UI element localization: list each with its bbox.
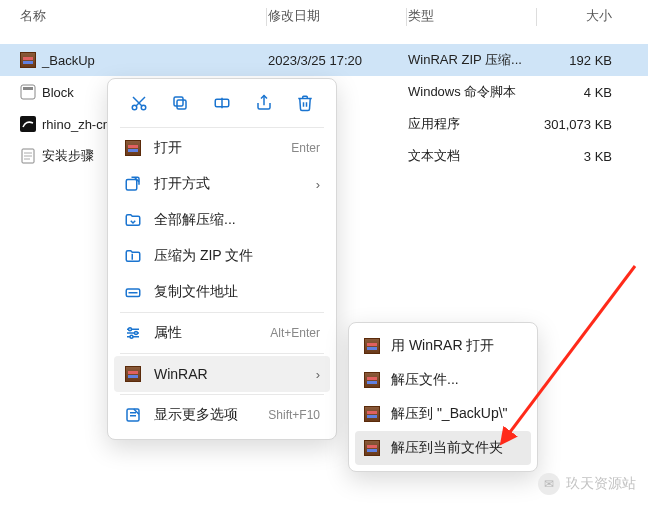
menu-open-with[interactable]: 打开方式 › [114, 166, 330, 202]
watermark-text: 玖天资源站 [566, 475, 636, 493]
svg-point-25 [130, 335, 133, 338]
submenu-label: 解压到当前文件夹 [391, 439, 503, 457]
file-name: 安装步骤 [42, 147, 94, 165]
menu-label: 显示更多选项 [154, 406, 256, 424]
folder-extract-icon [124, 211, 142, 229]
submenu-label: 解压到 "_BackUp\" [391, 405, 508, 423]
rename-icon[interactable] [206, 87, 238, 119]
submenu-label: 用 WinRAR 打开 [391, 337, 494, 355]
properties-icon [124, 324, 142, 342]
menu-label: 全部解压缩... [154, 211, 320, 229]
more-icon [124, 406, 142, 424]
menu-label: 打开 [154, 139, 279, 157]
file-type: WinRAR ZIP 压缩... [408, 51, 538, 69]
txt-icon [20, 148, 36, 164]
file-type: 文本文档 [408, 147, 538, 165]
menu-properties[interactable]: 属性 Alt+Enter [114, 315, 330, 351]
chevron-right-icon: › [316, 177, 320, 192]
cut-icon[interactable] [123, 87, 155, 119]
submenu-extract-here[interactable]: 解压到当前文件夹 [355, 431, 531, 465]
zip-icon [124, 247, 142, 265]
context-menu: 打开 Enter 打开方式 › 全部解压缩... 压缩为 ZIP 文件 复制文件… [107, 78, 337, 440]
winrar-icon [363, 371, 381, 389]
open-with-icon [124, 175, 142, 193]
svg-rect-1 [23, 87, 33, 90]
winrar-icon [124, 365, 142, 383]
menu-shortcut: Enter [291, 141, 320, 155]
menu-label: 复制文件地址 [154, 283, 320, 301]
menu-open[interactable]: 打开 Enter [114, 130, 330, 166]
winrar-icon [363, 337, 381, 355]
menu-separator [120, 312, 324, 313]
column-type[interactable]: 类型 [408, 7, 538, 25]
winrar-icon [20, 52, 36, 68]
file-row-backup[interactable]: _BackUp 2023/3/25 17:20 WinRAR ZIP 压缩...… [0, 44, 648, 76]
menu-extract-all[interactable]: 全部解压缩... [114, 202, 330, 238]
chevron-right-icon: › [316, 367, 320, 382]
menu-shortcut: Shift+F10 [268, 408, 320, 422]
file-size: 4 KB [538, 85, 628, 100]
winrar-submenu: 用 WinRAR 打开 解压文件... 解压到 "_BackUp\" 解压到当前… [348, 322, 538, 472]
delete-icon[interactable] [289, 87, 321, 119]
svg-rect-12 [174, 97, 183, 106]
menu-compress-zip[interactable]: 压缩为 ZIP 文件 [114, 238, 330, 274]
submenu-open-winrar[interactable]: 用 WinRAR 打开 [355, 329, 531, 363]
winrar-icon [363, 439, 381, 457]
svg-point-24 [135, 332, 138, 335]
column-size[interactable]: 大小 [538, 7, 628, 25]
file-date: 2023/3/25 17:20 [268, 53, 408, 68]
submenu-extract-to[interactable]: 解压到 "_BackUp\" [355, 397, 531, 431]
menu-label: 打开方式 [154, 175, 304, 193]
menu-separator [120, 353, 324, 354]
watermark: ✉ 玖天资源站 [538, 473, 636, 495]
winrar-icon [363, 405, 381, 423]
script-icon [20, 84, 36, 100]
file-name: rhino_zh-cn_ [42, 117, 117, 132]
file-name: Block [42, 85, 74, 100]
file-size: 3 KB [538, 149, 628, 164]
column-name[interactable]: 名称 [20, 7, 268, 25]
menu-copy-path[interactable]: 复制文件地址 [114, 274, 330, 310]
column-divider [266, 8, 267, 26]
svg-rect-2 [20, 116, 36, 132]
menu-separator [120, 394, 324, 395]
column-divider [536, 8, 537, 26]
share-icon[interactable] [248, 87, 280, 119]
column-date[interactable]: 修改日期 [268, 7, 408, 25]
copy-icon[interactable] [164, 87, 196, 119]
column-divider [406, 8, 407, 26]
file-size: 192 KB [538, 53, 628, 68]
exe-icon [20, 116, 36, 132]
menu-label: 属性 [154, 324, 258, 342]
svg-rect-16 [126, 180, 137, 191]
menu-separator [120, 127, 324, 128]
file-name: _BackUp [42, 53, 95, 68]
wechat-icon: ✉ [538, 473, 560, 495]
menu-winrar[interactable]: WinRAR › [114, 356, 330, 392]
winrar-icon [124, 139, 142, 157]
file-type: Windows 命令脚本 [408, 83, 538, 101]
context-toolbar [114, 85, 330, 125]
svg-point-23 [129, 328, 132, 331]
submenu-extract-files[interactable]: 解压文件... [355, 363, 531, 397]
menu-shortcut: Alt+Enter [270, 326, 320, 340]
menu-label: 压缩为 ZIP 文件 [154, 247, 320, 265]
file-size: 301,073 KB [538, 117, 628, 132]
column-header-row: 名称 修改日期 类型 大小 [0, 0, 648, 32]
submenu-label: 解压文件... [391, 371, 459, 389]
file-type: 应用程序 [408, 115, 538, 133]
menu-more-options[interactable]: 显示更多选项 Shift+F10 [114, 397, 330, 433]
copypath-icon [124, 283, 142, 301]
menu-label: WinRAR [154, 366, 304, 382]
svg-rect-11 [177, 100, 186, 109]
